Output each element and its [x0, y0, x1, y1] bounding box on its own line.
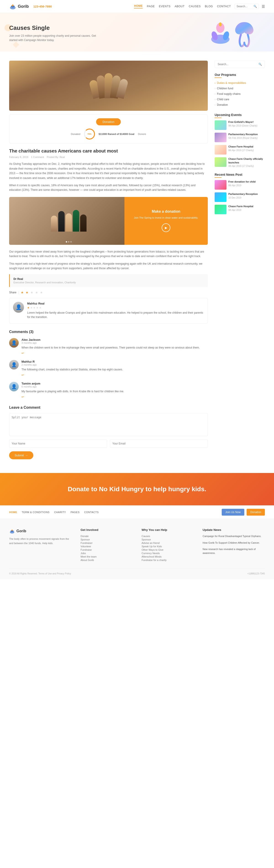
star-1[interactable]: ★ [21, 290, 24, 294]
footer-link-donate[interactable]: Donate [81, 535, 89, 537]
hero-content: Causes Single Join over 23 million peopl… [9, 24, 105, 42]
footer-donate-button[interactable]: Donation [247, 509, 265, 516]
footer-link-jobs[interactable]: Jobs [81, 552, 86, 555]
reply-icon-1[interactable]: ↩ [22, 351, 200, 355]
footer-news-link-1[interactable]: How Gorib To Support Children Affected b… [202, 541, 265, 545]
star-4[interactable]: ★ [35, 290, 38, 294]
footer-wh-0[interactable]: Causes [142, 535, 150, 537]
main-container: Donation Donated 79% $11000 Raised of $1… [0, 52, 274, 468]
program-item-3[interactable]: › Child care [215, 97, 265, 102]
footer-wh-6[interactable]: Afterschool Minds [142, 555, 161, 558]
footer-news-link-0[interactable]: Campaign for Rural Disadvantaged Typical… [202, 534, 265, 538]
submit-arrow-icon: → [25, 454, 28, 457]
events-title: Upcoming Events [215, 113, 265, 117]
submit-button[interactable]: Submit → [9, 451, 33, 459]
comment-item-3: 👤 Tamim anjum 6 months ago My favourite … [9, 382, 208, 399]
event-item-2[interactable]: Chase Farm Hospital 8th Apr 2019 (17 Cha… [215, 145, 265, 155]
author-name: Dr Real [13, 277, 204, 281]
comment-email-field[interactable] [110, 439, 208, 448]
footer-link-fundraiser[interactable]: Fundraiser [81, 541, 93, 544]
programs-list: › Duties & responsibilities › Children f… [215, 80, 265, 107]
footer-link-sponsor[interactable]: Sponsor [81, 538, 90, 541]
hero-ribbon [233, 18, 256, 47]
slide-donation-panel: Make a donation Join The Spring to inves… [125, 197, 208, 245]
news-info-1: Parliamentary Reception 10 Dec 2019 [228, 192, 258, 202]
reply-icon-2[interactable]: ↩ [22, 373, 123, 377]
news-title: Recent News Post [215, 173, 265, 177]
program-item-2[interactable]: › Food supply chains [215, 91, 265, 97]
star-3[interactable]: ★ [30, 290, 33, 294]
program-item-0[interactable]: › Duties & responsibilities [215, 80, 265, 86]
reply-icon-3[interactable]: ↩ [22, 395, 124, 399]
news-item-0[interactable]: Free donation for child 8th Apr 2019 [215, 180, 265, 190]
programs-section: Our Programs › Duties & responsibilities… [215, 73, 265, 107]
commenter-avatar: 👤 [13, 302, 24, 313]
footer-wh-5[interactable]: Currency Needs [142, 552, 160, 555]
cta-text: Donate to No Kid Hungry to help hungry k… [9, 486, 265, 493]
nav-causes[interactable]: CAUSES [189, 5, 201, 8]
footer-wh-3[interactable]: Speak Up for Kids [142, 545, 162, 548]
comment-time-2: 2 months ago [22, 363, 123, 366]
event-info-1: Parliamentary Reception 5th Feb 2019 (Ro… [228, 133, 258, 142]
progress-row: Donated 79% $11000 Raised of $14000 Goal… [71, 129, 146, 140]
article-body-4: This report sets out a high-level view o… [9, 261, 208, 271]
sidebar-search-box: 🔍 [215, 61, 265, 68]
news-item-2[interactable]: Chase Farm Hospital 9th Apr 2019 [215, 205, 265, 214]
comment-textarea[interactable] [9, 413, 208, 436]
footer-brand-col: Gorib The body often to process movement… [9, 528, 72, 562]
footer-wh-2[interactable]: Advise an friend [142, 541, 160, 544]
footer-get-involved-title: Get Involved [81, 528, 132, 532]
sidebar-search-input[interactable] [218, 63, 257, 66]
slide-heading: Make a donation [152, 210, 181, 214]
star-2[interactable]: ★ [26, 290, 29, 294]
nav-contact[interactable]: CONTACT [217, 5, 231, 8]
hero-graphic [205, 18, 256, 47]
nav-page[interactable]: PAGE [147, 5, 155, 8]
program-item-4[interactable]: › Donation [215, 102, 265, 107]
event-img-3 [215, 157, 226, 167]
nav-search-input[interactable] [237, 5, 252, 8]
event-img-1 [215, 133, 226, 142]
nav-about[interactable]: ABOUT [175, 5, 185, 8]
footer-nav-pages[interactable]: PAGES [71, 511, 80, 514]
footer-link-fundraise[interactable]: Fundraise [81, 549, 92, 551]
footer: Gorib The body often to process movement… [0, 519, 274, 580]
comment-name-field[interactable] [9, 439, 107, 448]
event-item-0[interactable]: Free Enfield's Mayor! 9th Apr 2019 (Dove… [215, 120, 265, 130]
footer-link-meet-team[interactable]: Meet the team [81, 555, 97, 558]
footer-wh-1[interactable]: Sponsor [142, 538, 151, 541]
nav-events[interactable]: EVENTS [159, 5, 170, 8]
comment-avatar-1: 👤 [9, 338, 19, 348]
program-item-1[interactable]: › Children fund [215, 86, 265, 91]
event-item-1[interactable]: Parliamentary Reception 5th Feb 2019 (Ro… [215, 133, 265, 142]
donated-label: Donated [71, 133, 80, 135]
footer-bottom: © 2018 All Rights Reserved. Terms of Use… [9, 568, 265, 575]
nav-home[interactable]: HOME [134, 4, 143, 8]
footer-nav-terms[interactable]: TERM & CONDITIONS [22, 511, 50, 514]
footer-link-volunteer[interactable]: Volunteer [81, 545, 91, 548]
donate-button[interactable]: Donation [96, 118, 121, 125]
join-us-button[interactable]: Join Us Now [222, 509, 244, 516]
event-item-3[interactable]: Chase Farm Charity officially launches 4… [215, 157, 265, 167]
footer-nav-charity[interactable]: CHARITY [54, 511, 66, 514]
menu-icon[interactable]: ☰ [262, 4, 265, 9]
slide-text: Join The Spring to invest in clean water… [134, 216, 198, 220]
star-5[interactable]: ★ [40, 290, 43, 294]
footer-nav-home[interactable]: HOME [9, 511, 17, 514]
footer-news-link-2[interactable]: New research has revealed a staggering l… [202, 547, 265, 555]
news-info-0: Free donation for child 8th Apr 2019 [228, 180, 255, 190]
play-button[interactable]: ▶ [162, 223, 170, 232]
leave-comment-section: Leave a Comment Submit → [9, 405, 208, 459]
search-icon: 🔍 [253, 5, 257, 8]
footer-link-about[interactable]: About Gorib [81, 559, 94, 561]
news-img-2 [215, 205, 226, 214]
footer-wh-4[interactable]: Other Ways to Give [142, 549, 163, 551]
logo[interactable]: Gorib [9, 3, 29, 10]
c-star-3: ★ [33, 306, 36, 309]
news-item-1[interactable]: Parliamentary Reception 10 Dec 2019 [215, 192, 265, 202]
footer-nav-contacts[interactable]: CONTACTS [84, 511, 99, 514]
footer-copyright: © 2018 All Rights Reserved. Terms of Use… [9, 572, 71, 575]
footer-wh-7[interactable]: Fundraise for a charity [142, 559, 166, 561]
nav-phone[interactable]: 123-456-7890 [33, 5, 52, 8]
nav-blog[interactable]: BLOG [205, 5, 213, 8]
